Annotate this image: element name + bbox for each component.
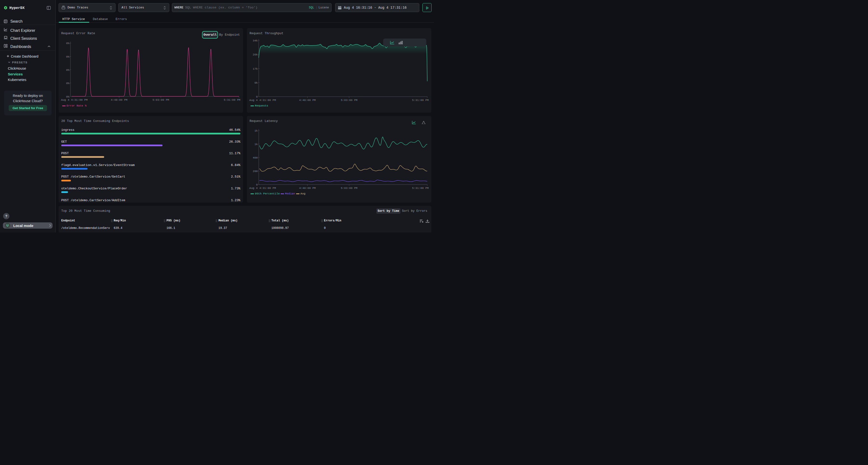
- svg-text:4:48:00 PM: 4:48:00 PM: [111, 98, 127, 101]
- svg-text:1k: 1k: [254, 143, 258, 146]
- svg-text:4:48:00 PM: 4:48:00 PM: [299, 99, 316, 102]
- svg-text:0%: 0%: [66, 55, 69, 58]
- svg-text:200: 200: [253, 170, 258, 173]
- svg-text:34k: 34k: [253, 39, 258, 42]
- svg-text:1k: 1k: [254, 129, 258, 132]
- svg-text:Aug 4 4:31:00 PM: Aug 4 4:31:00 PM: [249, 187, 276, 190]
- svg-text:0: 0: [256, 95, 258, 98]
- svg-text:0%: 0%: [66, 68, 69, 72]
- svg-text:0: 0: [256, 183, 258, 186]
- svg-text:0%: 0%: [66, 42, 69, 45]
- svg-text:Aug 4 4:31:00 PM: Aug 4 4:31:00 PM: [249, 99, 276, 102]
- svg-text:5:31:00 PM: 5:31:00 PM: [412, 99, 429, 102]
- svg-text:5:03:00 PM: 5:03:00 PM: [341, 187, 357, 190]
- svg-text:400: 400: [253, 156, 258, 159]
- svg-text:26k: 26k: [253, 53, 258, 56]
- svg-text:Aug 4 4:31:00 PM: Aug 4 4:31:00 PM: [61, 98, 88, 101]
- svg-text:5:31:00 PM: 5:31:00 PM: [412, 187, 429, 190]
- svg-text:5:31:00 PM: 5:31:00 PM: [224, 98, 240, 101]
- svg-text:4:48:00 PM: 4:48:00 PM: [299, 187, 316, 190]
- svg-text:17k: 17k: [253, 67, 258, 70]
- svg-text:0%: 0%: [66, 82, 69, 85]
- svg-text:5:03:00 PM: 5:03:00 PM: [341, 99, 357, 102]
- svg-text:0%: 0%: [66, 95, 69, 98]
- svg-text:9k: 9k: [254, 81, 258, 84]
- svg-text:5:03:00 PM: 5:03:00 PM: [152, 98, 169, 101]
